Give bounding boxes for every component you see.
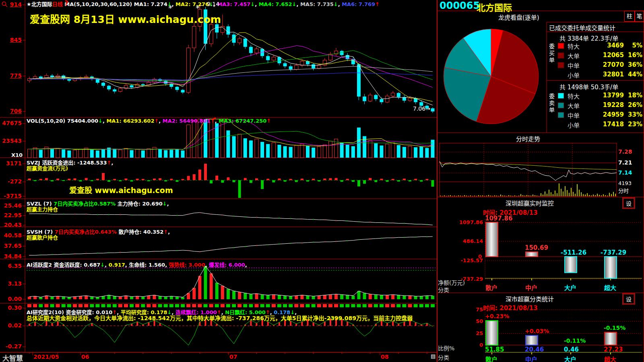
stat-row-value: 32801 xyxy=(584,71,624,78)
stat-row-pct: 18% xyxy=(625,92,642,99)
sell-side-label: 委卖单 xyxy=(547,93,555,114)
classify-category: 散户 xyxy=(485,355,497,362)
stat-row-pct: 36% xyxy=(625,61,642,68)
stat-row-value: 19228 xyxy=(584,101,624,109)
classify-value: 51.85 xyxy=(485,346,504,353)
stat-row-value: 3469 xyxy=(584,42,624,49)
intraday-vol-label: 4193 xyxy=(618,180,632,186)
monitor-category: 散户 xyxy=(485,283,497,292)
stat-row-value: 17418 xyxy=(584,121,624,128)
stat-row-name: 中单 xyxy=(568,111,580,119)
axis-label: 0.02 xyxy=(1,322,22,329)
main-chart-header: ★北方国际日线 MA(5,10,20,30,60,120) MA1: 7.274… xyxy=(27,0,380,8)
marker-triangle-icon: ◄ xyxy=(213,116,216,120)
monitor-category: 中户 xyxy=(525,283,537,292)
stat-row-pct: 44% xyxy=(625,71,642,78)
monitor-title: 深圳超赢实时监控 xyxy=(506,199,554,207)
stat-row-name: 小单 xyxy=(568,71,580,79)
classify-change: -0.11% xyxy=(564,337,586,344)
stock-name: 北方国际 xyxy=(477,0,512,13)
classify-change: -0.15% xyxy=(604,325,625,331)
axis-label: 40.58 xyxy=(1,232,22,239)
monitor-settings-button[interactable]: 设 xyxy=(622,197,635,209)
axis-label: 47675 xyxy=(1,120,22,126)
axis-label: 34.84 xyxy=(1,253,22,259)
stat-row-name: 中单 xyxy=(568,61,580,70)
ai-research-summary: 总体近期大资金相对活跃，今日大单净流出: -1248.542万元，其中特大单净流… xyxy=(27,314,413,322)
monitor-category: 大户 xyxy=(564,283,576,292)
monitor-zero: 0 xyxy=(478,253,482,259)
buy-side-label: 委买单 xyxy=(547,43,555,64)
volume-pane-header: VOL(5,10,20) 75404.000↓, MA1: 66293.602↑… xyxy=(27,118,271,124)
printer-icon[interactable]: ▤ xyxy=(431,353,436,359)
axis-label: 23543 xyxy=(1,138,22,144)
axis-label: -3715 xyxy=(1,193,22,199)
timeline-label: 06 xyxy=(81,354,89,360)
classify-change: +0.03% xyxy=(525,328,549,334)
svsh-subheader: 超赢散户持仓 xyxy=(27,233,58,241)
timeline-label: 08 xyxy=(381,354,388,360)
lhkp-title: 龙虎看盘(逐单) xyxy=(498,13,539,21)
axis-label: -0.27 xyxy=(1,343,22,350)
stat-row-pct: 16% xyxy=(625,51,642,59)
classify-change: +0.23% xyxy=(485,313,509,319)
stat-row-name: 特大 xyxy=(568,92,580,100)
monitor-ytick: 1097.86 xyxy=(459,219,483,225)
monitor-category: 超大 xyxy=(604,283,616,292)
classify-category: 大户 xyxy=(564,355,576,362)
intraday-price-label: 7.21 xyxy=(618,159,632,166)
monitor-class-label: 分类 xyxy=(438,286,449,294)
brand-logo: 大智慧 xyxy=(2,353,23,362)
svzj-watermark: 爱查股 www.aichagu.com xyxy=(69,184,173,195)
axis-label: 775 xyxy=(1,72,22,79)
svzl-subheader: 超赢主力持仓 xyxy=(27,205,58,213)
monitor-value: -737.29 xyxy=(601,249,626,256)
classify-ytick: 25 xyxy=(467,330,483,336)
stat-row-name: 大单 xyxy=(568,101,580,110)
axis-label: 845 xyxy=(1,37,22,43)
ai-activity-header: AI活跃度2 资金活跃度: 0.687↓, 0.917, 生命线: 1.560,… xyxy=(27,261,247,268)
volume-scale-label: X10 xyxy=(11,152,23,158)
sell-summary: 共 1498单 50.3手/单 xyxy=(559,82,618,91)
bar-mode-button[interactable]: 柱 xyxy=(624,11,635,22)
monitor-time: 时间: 2021/08/13 xyxy=(483,208,538,216)
stat-row-name: 大单 xyxy=(568,51,580,60)
classify-ytick: 50 xyxy=(467,318,483,324)
classify-unit-label: 比例% xyxy=(438,344,454,352)
axis-label: 914 xyxy=(1,1,22,8)
stat-row-name: 小单 xyxy=(568,121,580,129)
classify-value: 20.46 xyxy=(525,346,544,353)
svzj-subheader: 超赢资金流(万元) xyxy=(27,164,68,172)
trading-app-window: 9148457757064767523543X103171-272-371525… xyxy=(0,0,644,362)
intraday-title: 分时走势 xyxy=(516,134,540,143)
stat-row-name: 特大 xyxy=(568,42,580,50)
buy-summary: 共 3384单 22.3手/单 xyxy=(559,34,618,42)
axis-label: 0.00 xyxy=(1,296,22,302)
stock-code: 000065 xyxy=(440,0,480,11)
main-watermark: 爱查股网 8月13日 www.aichagu.com xyxy=(30,11,221,26)
axis-label: 20.43 xyxy=(1,222,22,228)
stat-row-pct: 23% xyxy=(625,121,642,128)
timeline-label: 07 xyxy=(229,354,237,360)
classify-ytick: 75 xyxy=(467,306,483,313)
stat-row-value: 24959 xyxy=(584,111,624,118)
signal-star-icon: * xyxy=(196,3,200,13)
monitor-value: -511.26 xyxy=(561,249,586,256)
signal-star-icon: * xyxy=(168,3,172,13)
monitor-unit-label: 净额(万元) xyxy=(438,278,465,286)
stat-row-pct: 5% xyxy=(625,42,642,49)
high-price-annotation: 9.14 xyxy=(207,1,219,7)
last-price-annotation: 7.06→ xyxy=(413,105,430,112)
intraday-price-label: 7.28 xyxy=(618,148,632,155)
axis-label: 0.30 xyxy=(1,304,22,311)
axis-label: 3.13 xyxy=(1,280,22,287)
stat-row-value: 27070 xyxy=(584,61,624,68)
pen-mode-button[interactable]: 笔 xyxy=(635,11,644,22)
monitor-ytick: 486.14 xyxy=(459,238,483,244)
intraday-price-label: 7.14 xyxy=(618,169,632,176)
classify-settings-button[interactable]: 设 xyxy=(622,293,635,304)
axis-label: 37.65 xyxy=(1,243,22,249)
axis-label: 6.35 xyxy=(1,263,22,269)
classify-title: 深市超赢分类统计 xyxy=(506,294,554,303)
question-mark-icon: ? xyxy=(64,0,68,7)
